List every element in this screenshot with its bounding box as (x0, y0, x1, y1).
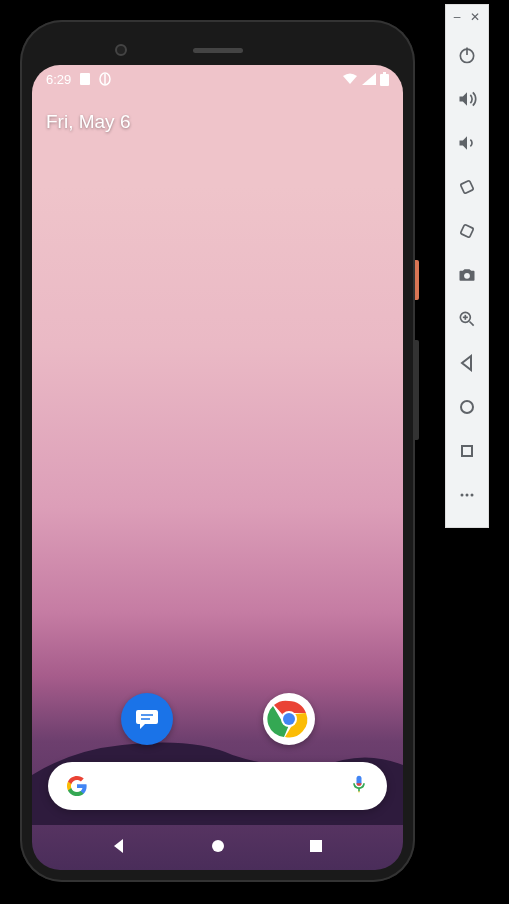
status-bar: 6:29 (32, 65, 403, 93)
google-logo-icon (66, 775, 88, 797)
svg-rect-3 (380, 74, 389, 86)
emulator-back-button[interactable] (445, 341, 489, 385)
power-button[interactable] (445, 33, 489, 77)
rotate-left-button[interactable] (445, 165, 489, 209)
overview-icon (459, 443, 475, 459)
volume-down-icon (457, 133, 477, 153)
rotate-left-icon (457, 177, 477, 197)
emulator-home-button[interactable] (445, 385, 489, 429)
svg-rect-14 (460, 180, 473, 193)
phone-camera (115, 44, 127, 56)
messages-app[interactable] (121, 693, 173, 745)
svg-rect-0 (80, 73, 90, 85)
status-time: 6:29 (46, 72, 71, 87)
svg-rect-4 (383, 72, 386, 74)
battery-icon (380, 72, 389, 86)
more-icon (458, 486, 476, 504)
search-bar[interactable] (48, 762, 387, 810)
nav-back-button[interactable] (107, 834, 131, 858)
home-icon (458, 398, 476, 416)
screenshot-button[interactable] (445, 253, 489, 297)
chrome-app[interactable] (263, 693, 315, 745)
pill-icon (99, 72, 111, 86)
svg-rect-15 (460, 224, 473, 237)
volume-up-button[interactable] (445, 77, 489, 121)
signal-icon (362, 73, 376, 85)
svg-point-23 (461, 494, 464, 497)
close-button[interactable]: ✕ (470, 11, 480, 23)
zoom-button[interactable] (445, 297, 489, 341)
android-nav-bar (32, 822, 403, 870)
rotate-right-icon (457, 221, 477, 241)
zoom-icon (457, 309, 477, 329)
rotate-right-button[interactable] (445, 209, 489, 253)
emulator-toolbar: – ✕ (445, 4, 489, 528)
svg-point-16 (464, 273, 470, 279)
svg-point-25 (471, 494, 474, 497)
phone-speaker (193, 48, 243, 53)
mic-icon[interactable] (349, 774, 369, 798)
more-button[interactable] (445, 473, 489, 517)
date-widget[interactable]: Fri, May 6 (32, 93, 403, 133)
svg-rect-11 (310, 840, 322, 852)
phone-screen[interactable]: 6:29 Fri, May 6 (32, 65, 403, 870)
nav-recents-button[interactable] (304, 834, 328, 858)
nav-home-button[interactable] (206, 834, 230, 858)
svg-point-10 (212, 840, 224, 852)
clipboard-icon (79, 72, 91, 86)
wifi-icon (342, 73, 358, 85)
emulator-overview-button[interactable] (445, 429, 489, 473)
volume-up-icon (457, 89, 477, 109)
chrome-icon (265, 695, 313, 743)
phone-frame: 6:29 Fri, May 6 (20, 20, 415, 882)
power-icon (457, 45, 477, 65)
camera-icon (457, 265, 477, 285)
back-icon (458, 354, 476, 372)
svg-rect-22 (462, 446, 472, 456)
minimize-button[interactable]: – (454, 11, 461, 23)
svg-line-18 (470, 322, 474, 326)
svg-point-9 (283, 713, 295, 725)
volume-down-button[interactable] (445, 121, 489, 165)
messages-icon (133, 705, 161, 733)
dock (32, 693, 403, 745)
svg-point-24 (466, 494, 469, 497)
svg-point-21 (461, 401, 473, 413)
